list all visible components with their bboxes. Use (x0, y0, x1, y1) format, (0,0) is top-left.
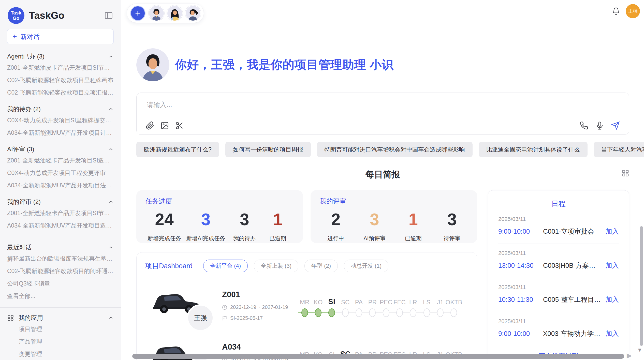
milestone-column: PEC (379, 294, 393, 319)
milestone-dot-row (352, 307, 365, 319)
milestone-column: LS (420, 294, 433, 319)
milestone-label: LS (423, 294, 430, 306)
project-code: A034 (222, 342, 294, 352)
attachment-icon[interactable] (146, 121, 154, 130)
milestone-track: MRKOSISCPAPRPECFECLRLSJ1OKTB (298, 293, 461, 319)
recent-chat-item[interactable]: 解释最新出台的欧盟报废车法规再生塑料比例被调至15%... (7, 252, 114, 265)
suggestion-chip[interactable]: 比亚迪全固态电池计划具体说了什么 (479, 142, 588, 157)
microphone-icon[interactable] (595, 121, 604, 130)
event-time: 10:30-11:30 (498, 296, 543, 304)
session-avatar-2[interactable] (167, 6, 182, 21)
plus-icon (134, 10, 141, 17)
milestone-column: SC (339, 294, 352, 319)
user-area: 王强 (612, 4, 640, 18)
milestone-dot[interactable] (328, 308, 335, 317)
milestone-label: PA (355, 294, 363, 306)
vertical-scrollbar-thumb[interactable] (640, 226, 643, 346)
project-info: Z0012023-12-19 ~ 2027-01-19SI-2025-05-17 (222, 290, 294, 321)
user-avatar[interactable]: 王强 (626, 4, 640, 18)
new-chat-button[interactable]: + 新对话 (7, 29, 114, 44)
scissors-icon[interactable] (175, 121, 184, 130)
dashboard-filter-chip[interactable]: 年型 (2) (304, 260, 338, 272)
app-item[interactable]: 项目管理 (7, 323, 114, 335)
sidebar-item[interactable]: Z001-全新燃油轻卡产品开发项目SI造型提交物评审 (7, 154, 114, 167)
scroll-down-arrow-icon[interactable]: ▼ (637, 347, 642, 353)
add-session-button[interactable] (130, 6, 145, 21)
sidebar-section: AI评审 (3)Z001-全新燃油轻卡产品开发项目SI造型提交物评审C0X4-动… (7, 145, 114, 192)
milestone-dot[interactable] (437, 308, 444, 317)
suggestion-chip[interactable]: 欧洲新规最近颁布了什么? (136, 142, 219, 157)
event-join-link[interactable]: 加入 (606, 227, 619, 236)
phone-call-icon[interactable] (580, 121, 588, 130)
event-join-link[interactable]: 加入 (606, 329, 619, 338)
event-date: 2025/03/11 (498, 284, 619, 291)
suggestion-chip[interactable]: 特朗普可能对进口汽车增税会对中国车企造成哪些影响 (317, 142, 473, 157)
sidebar-item[interactable]: Z001-全新燃油轻卡产品开发项目SI节点属性5D文件评审 (7, 207, 114, 219)
milestone-dot[interactable] (342, 308, 349, 317)
stat-value: 3 (360, 210, 388, 229)
send-icon[interactable] (611, 121, 620, 130)
stat: 3新增AI完成任务 (186, 210, 225, 242)
sidebar-section-header[interactable]: 我的待办 (2) (7, 105, 114, 113)
dashboard-filter-chip[interactable]: 动总开发 (1) (344, 260, 388, 272)
sidebar-item[interactable]: Z001-全新燃油皮卡产品开发项目SI节点Lesson Learn报告 (7, 62, 114, 74)
horizontal-scrollbar-thumb[interactable] (132, 354, 624, 359)
project-row[interactable]: 王强Z0012023-12-19 ~ 2027-01-19SI-2025-05-… (145, 287, 468, 325)
notification-bell-icon[interactable] (612, 7, 620, 15)
my-apps-header[interactable]: 我的应用 (7, 314, 114, 322)
sidebar-section-header[interactable]: Agent已办 (3) (7, 52, 114, 61)
app-item[interactable]: 产品管理 (7, 335, 114, 348)
sidebar-section-title: Agent已办 (3) (7, 52, 45, 61)
recent-chat-item[interactable]: 查看全部... (7, 290, 114, 302)
dashboard-filter-chip[interactable]: 全新平台 (4) (203, 260, 248, 272)
sidebar-section-header[interactable]: 最近对话 (7, 243, 114, 251)
milestone-label: KO (314, 294, 323, 306)
sidebar-item[interactable]: A034-全新新能源MUV产品开发项目法规符合性评审 (7, 179, 114, 192)
stat-value: 1 (264, 210, 292, 229)
event-name: X003-车辆动力学性能验... (543, 329, 602, 338)
stat: 2进行中 (322, 210, 350, 242)
divider (0, 237, 121, 237)
app-logo: Task Go (8, 7, 24, 24)
sidebar-collapse-icon[interactable] (104, 11, 113, 20)
sidebar-item[interactable]: C0X4-动力总成开发项目SI里程碑提交物检查 (7, 114, 114, 127)
milestone-label: J1 (437, 294, 443, 306)
milestone-dot[interactable] (410, 308, 416, 317)
sidebar-item[interactable]: C0X4-动力总成开发项目工程变更评审 (7, 167, 114, 179)
chat-input[interactable] (146, 100, 619, 118)
milestone-dot[interactable] (450, 308, 457, 317)
milestone-dot[interactable] (369, 308, 376, 317)
recent-chat-item[interactable]: C02-飞腾新能源轻客改款项目的闭环通告反馈情况 (7, 265, 114, 277)
my-apps-title-row: 我的应用 (7, 314, 43, 322)
milestone-dot[interactable] (396, 308, 403, 317)
event-time: 9:00-10:00 (498, 228, 543, 235)
sidebar-item[interactable]: A034-全新新能源MUV产品开发项目计划变更表编写 (7, 127, 114, 139)
scroll-right-arrow-icon[interactable]: ▶ (627, 352, 632, 359)
suggestion-chip[interactable]: 当下年轻人对汽车外观有怎样的喜好趋势 (594, 142, 644, 157)
layout-grid-icon[interactable] (622, 169, 629, 177)
milestone-dot[interactable] (423, 308, 430, 317)
sidebar-section-header[interactable]: AI评审 (3) (7, 145, 114, 153)
app-item[interactable]: 变更管理 (7, 348, 114, 360)
sidebar-item[interactable]: C02-飞腾新能源轻客改款项目里程碑画布 (7, 74, 114, 86)
event-join-link[interactable]: 加入 (606, 295, 619, 304)
sidebar-section-header[interactable]: 我的评审 (2) (7, 198, 114, 206)
chevron-up-icon (108, 199, 114, 205)
session-avatar-1[interactable] (149, 6, 164, 21)
milestone-dot[interactable] (383, 308, 389, 317)
session-avatar-3[interactable] (186, 6, 200, 21)
sidebar-item[interactable]: C02-飞腾新能源轻客改款项目立项汇报方案 (7, 86, 114, 99)
event-row: 9:00-10:00X003-车辆动力学性能验...加入 (498, 329, 619, 338)
dashboard-filter-chip[interactable]: 全新上装 (3) (254, 260, 298, 272)
milestone-dot[interactable] (356, 308, 362, 317)
milestone-dot[interactable] (315, 308, 321, 317)
my-review-stats: 2进行中3AI预评审1已逾期3待评审 (320, 210, 468, 242)
milestone-dot[interactable] (301, 308, 308, 317)
divider (0, 307, 121, 308)
image-icon[interactable] (160, 121, 169, 130)
recent-chat-item[interactable]: 公司Q3轻卡销量 (7, 277, 114, 290)
stat-label: 已逾期 (264, 235, 292, 242)
sidebar-item[interactable]: A034-全新新能源MUV产品开发项目造型可行性评审 (7, 219, 114, 232)
suggestion-chip[interactable]: 如何写一份清晰的项目周报 (225, 142, 311, 157)
event-join-link[interactable]: 加入 (606, 261, 619, 270)
